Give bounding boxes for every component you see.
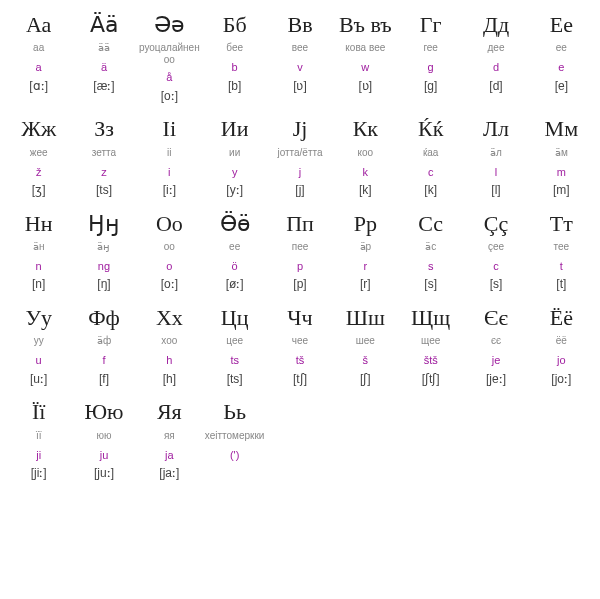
letter-glyph: Фф <box>73 305 134 331</box>
letter-glyph: Яя <box>139 399 200 425</box>
letter-glyph: Вв <box>269 12 330 38</box>
letter-glyph: Лл <box>465 116 526 142</box>
letter-ipa: [t] <box>531 277 592 293</box>
alphabet-cell: Јјјотта/ёттаj[j] <box>267 114 332 208</box>
letter-translit: ju <box>73 448 134 462</box>
letter-name: тее <box>531 241 592 255</box>
letter-translit: i <box>139 165 200 179</box>
letter-translit: ž <box>8 165 69 179</box>
alphabet-cell: Ффӓфf[f] <box>71 303 136 397</box>
letter-translit: ts <box>204 353 265 367</box>
letter-glyph: Пп <box>269 211 330 237</box>
letter-ipa: [ŋ] <box>73 277 134 293</box>
letter-glyph: Юю <box>73 399 134 425</box>
letter-translit: c <box>465 259 526 273</box>
letter-ipa: [iː] <box>139 183 200 199</box>
letter-ipa: [d] <box>465 79 526 95</box>
letter-glyph: Ӓӓ <box>73 12 134 38</box>
alphabet-cell: Ааааa[ɑː] <box>6 10 71 114</box>
letter-name: ќаа <box>400 147 461 161</box>
letter-glyph: Жж <box>8 116 69 142</box>
letter-translit: je <box>465 353 526 367</box>
letter-ipa: [h] <box>139 372 200 388</box>
letter-translit: ng <box>73 259 134 273</box>
letter-glyph: Іі <box>139 116 200 142</box>
alphabet-cell: Ееееe[e] <box>529 10 594 114</box>
alphabet-cell: Зззеттаz[ts] <box>71 114 136 208</box>
letter-ipa: [oː] <box>139 89 200 105</box>
letter-name: її <box>8 430 69 444</box>
alphabet-cell: Жжжееž[ʒ] <box>6 114 71 208</box>
letter-name: коо <box>335 147 396 161</box>
letter-translit: f <box>73 353 134 367</box>
letter-name: яя <box>139 430 200 444</box>
letter-name: ӓс <box>400 241 461 255</box>
letter-name: єє <box>465 335 526 349</box>
letter-name: щее <box>400 335 461 349</box>
letter-ipa: [g] <box>400 79 461 95</box>
letter-glyph: Мм <box>531 116 592 142</box>
letter-translit: y <box>204 165 265 179</box>
letter-name: уу <box>8 335 69 349</box>
letter-translit: c <box>400 165 461 179</box>
letter-translit: w <box>335 60 396 74</box>
letter-ipa: [e] <box>531 79 592 95</box>
letter-name: цее <box>204 335 265 349</box>
alphabet-cell: Дддееd[d] <box>463 10 528 114</box>
letter-translit: a <box>8 60 69 74</box>
letter-name: зетта <box>73 147 134 161</box>
letter-glyph: Щщ <box>400 305 461 331</box>
letter-translit: ö <box>204 259 265 273</box>
letter-name: ӓн <box>8 241 69 255</box>
letter-ipa: [ts] <box>204 372 265 388</box>
alphabet-cell: Ӈӈӓӈng[ŋ] <box>71 209 136 303</box>
letter-name: јотта/ётта <box>269 147 330 161</box>
letter-glyph: Јј <box>269 116 330 142</box>
letter-translit: tš <box>269 353 330 367</box>
letter-name: гее <box>400 42 461 56</box>
alphabet-cell: Ііііi[iː] <box>137 114 202 208</box>
letter-name: хоо <box>139 335 200 349</box>
letter-ipa: [tʃ] <box>269 372 330 388</box>
letter-ipa: [b] <box>204 79 265 95</box>
letter-ipa: [s] <box>465 277 526 293</box>
letter-glyph: Оо <box>139 211 200 237</box>
letter-ipa: [juː] <box>73 466 134 482</box>
alphabet-cell: Ӫӫееö[øː] <box>202 209 267 303</box>
alphabet-cell: Бббееb[b] <box>202 10 267 114</box>
letter-translit: š <box>335 353 396 367</box>
letter-translit: k <box>335 165 396 179</box>
letter-name: ее <box>204 241 265 255</box>
letter-name: пее <box>269 241 330 255</box>
alphabet-cell: Ллӓлl[l] <box>463 114 528 208</box>
letter-ipa: [p] <box>269 277 330 293</box>
alphabet-cell: Ууууu[uː] <box>6 303 71 397</box>
letter-name: чее <box>269 335 330 349</box>
alphabet-cell: Ссӓсs[s] <box>398 209 463 303</box>
letter-ipa: [l] <box>465 183 526 199</box>
letter-ipa: [jeː] <box>465 372 526 388</box>
letter-glyph: Уу <box>8 305 69 331</box>
letter-translit: d <box>465 60 526 74</box>
letter-ipa: [k] <box>400 183 461 199</box>
letter-name: юю <box>73 430 134 444</box>
letter-translit: ji <box>8 448 69 462</box>
letter-ipa: [ʋ] <box>335 79 396 95</box>
letter-translit: b <box>204 60 265 74</box>
letter-glyph: Нн <box>8 211 69 237</box>
letter-translit: e <box>531 60 592 74</box>
letter-name: ёё <box>531 335 592 349</box>
letter-glyph: Цц <box>204 305 265 331</box>
letter-translit: v <box>269 60 330 74</box>
letter-name: аа <box>8 42 69 56</box>
letter-translit: h <box>139 353 200 367</box>
alphabet-cell: Ооооo[oː] <box>137 209 202 303</box>
letter-glyph: Әә <box>139 12 200 38</box>
letter-ipa: [ʃ] <box>335 372 396 388</box>
alphabet-cell: Ннӓнn[n] <box>6 209 71 303</box>
letter-translit: j <box>269 165 330 179</box>
letter-ipa: [joː] <box>531 372 592 388</box>
letter-ipa: [s] <box>400 277 461 293</box>
alphabet-cell: Чччееtš[tʃ] <box>267 303 332 397</box>
letter-name: шее <box>335 335 396 349</box>
